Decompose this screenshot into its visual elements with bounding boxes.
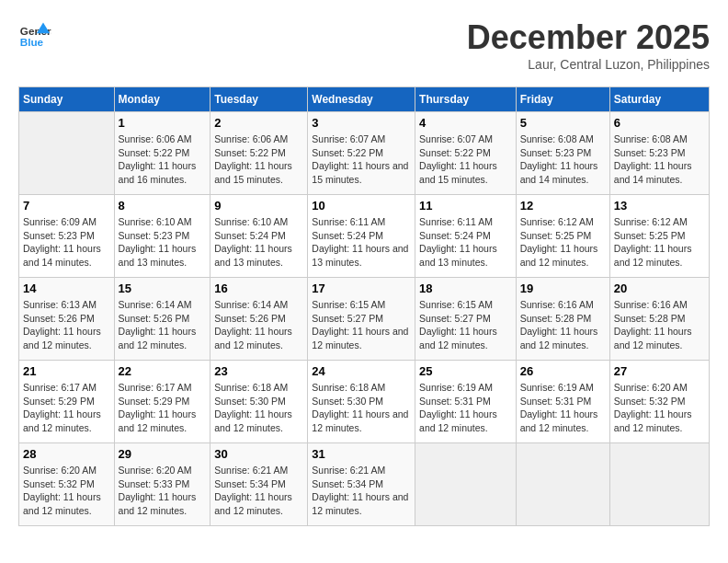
calendar-cell: 18Sunrise: 6:15 AM Sunset: 5:27 PM Dayli… <box>415 278 517 361</box>
calendar-cell: 28Sunrise: 6:20 AM Sunset: 5:32 PM Dayli… <box>19 443 115 526</box>
calendar-cell: 11Sunrise: 6:11 AM Sunset: 5:24 PM Dayli… <box>415 195 517 278</box>
day-number: 7 <box>23 199 110 213</box>
week-row-2: 7Sunrise: 6:09 AM Sunset: 5:23 PM Daylig… <box>19 195 710 278</box>
day-header-saturday: Saturday <box>609 87 709 112</box>
day-number: 2 <box>214 116 303 130</box>
day-info: Sunrise: 6:20 AM Sunset: 5:32 PM Dayligh… <box>23 464 110 518</box>
day-number: 14 <box>23 282 110 295</box>
day-info: Sunrise: 6:10 AM Sunset: 5:24 PM Dayligh… <box>214 215 303 270</box>
day-info: Sunrise: 6:11 AM Sunset: 5:24 PM Dayligh… <box>419 215 512 270</box>
logo-icon: General Blue <box>18 18 51 52</box>
day-info: Sunrise: 6:20 AM Sunset: 5:32 PM Dayligh… <box>614 381 705 435</box>
calendar-cell: 7Sunrise: 6:09 AM Sunset: 5:23 PM Daylig… <box>19 195 115 278</box>
day-info: Sunrise: 6:14 AM Sunset: 5:26 PM Dayligh… <box>119 298 207 352</box>
calendar-cell: 8Sunrise: 6:10 AM Sunset: 5:23 PM Daylig… <box>114 195 210 278</box>
calendar-cell: 24Sunrise: 6:18 AM Sunset: 5:30 PM Dayli… <box>308 361 415 443</box>
week-row-5: 28Sunrise: 6:20 AM Sunset: 5:32 PM Dayli… <box>19 443 710 526</box>
day-number: 29 <box>119 447 207 461</box>
day-info: Sunrise: 6:11 AM Sunset: 5:24 PM Dayligh… <box>312 215 411 270</box>
day-info: Sunrise: 6:21 AM Sunset: 5:34 PM Dayligh… <box>312 464 411 518</box>
day-number: 30 <box>214 447 303 461</box>
calendar-cell: 14Sunrise: 6:13 AM Sunset: 5:26 PM Dayli… <box>19 278 115 361</box>
day-info: Sunrise: 6:15 AM Sunset: 5:27 PM Dayligh… <box>312 298 411 352</box>
day-info: Sunrise: 6:17 AM Sunset: 5:29 PM Dayligh… <box>23 381 110 435</box>
day-info: Sunrise: 6:16 AM Sunset: 5:28 PM Dayligh… <box>520 298 606 352</box>
calendar-cell: 20Sunrise: 6:16 AM Sunset: 5:28 PM Dayli… <box>609 278 709 361</box>
calendar-table: SundayMondayTuesdayWednesdayThursdayFrid… <box>18 86 710 526</box>
calendar-cell <box>19 112 115 195</box>
title-block: December 2025 Laur, Central Luzon, Phili… <box>467 18 710 72</box>
calendar-cell: 6Sunrise: 6:08 AM Sunset: 5:23 PM Daylig… <box>609 112 709 195</box>
day-number: 8 <box>119 199 207 213</box>
calendar-cell: 25Sunrise: 6:19 AM Sunset: 5:31 PM Dayli… <box>415 361 517 443</box>
day-number: 3 <box>312 116 411 130</box>
day-number: 24 <box>312 364 411 378</box>
day-number: 26 <box>520 364 606 378</box>
calendar-cell: 22Sunrise: 6:17 AM Sunset: 5:29 PM Dayli… <box>114 361 210 443</box>
calendar-cell: 19Sunrise: 6:16 AM Sunset: 5:28 PM Dayli… <box>516 278 609 361</box>
week-row-3: 14Sunrise: 6:13 AM Sunset: 5:26 PM Dayli… <box>19 278 710 361</box>
logo: General Blue <box>18 18 55 52</box>
day-info: Sunrise: 6:15 AM Sunset: 5:27 PM Dayligh… <box>419 298 512 352</box>
calendar-cell: 9Sunrise: 6:10 AM Sunset: 5:24 PM Daylig… <box>210 195 308 278</box>
day-info: Sunrise: 6:19 AM Sunset: 5:31 PM Dayligh… <box>520 381 606 435</box>
week-row-1: 1Sunrise: 6:06 AM Sunset: 5:22 PM Daylig… <box>19 112 710 195</box>
day-info: Sunrise: 6:08 AM Sunset: 5:23 PM Dayligh… <box>520 132 606 187</box>
day-header-sunday: Sunday <box>19 87 115 112</box>
calendar-cell: 16Sunrise: 6:14 AM Sunset: 5:26 PM Dayli… <box>210 278 308 361</box>
calendar-cell: 21Sunrise: 6:17 AM Sunset: 5:29 PM Dayli… <box>19 361 115 443</box>
day-info: Sunrise: 6:10 AM Sunset: 5:23 PM Dayligh… <box>119 215 207 270</box>
day-info: Sunrise: 6:06 AM Sunset: 5:22 PM Dayligh… <box>119 132 207 187</box>
calendar-cell: 3Sunrise: 6:07 AM Sunset: 5:22 PM Daylig… <box>308 112 415 195</box>
calendar-cell: 30Sunrise: 6:21 AM Sunset: 5:34 PM Dayli… <box>210 443 308 526</box>
day-number: 13 <box>614 199 705 213</box>
day-number: 20 <box>614 282 705 295</box>
day-info: Sunrise: 6:16 AM Sunset: 5:28 PM Dayligh… <box>614 298 705 352</box>
day-number: 10 <box>312 199 411 213</box>
day-number: 17 <box>312 282 411 295</box>
day-number: 23 <box>214 364 303 378</box>
day-number: 21 <box>23 364 110 378</box>
calendar-cell: 27Sunrise: 6:20 AM Sunset: 5:32 PM Dayli… <box>609 361 709 443</box>
day-number: 25 <box>419 364 512 378</box>
calendar-cell: 31Sunrise: 6:21 AM Sunset: 5:34 PM Dayli… <box>308 443 415 526</box>
calendar-cell <box>516 443 609 526</box>
day-info: Sunrise: 6:06 AM Sunset: 5:22 PM Dayligh… <box>214 132 303 187</box>
day-header-thursday: Thursday <box>415 87 517 112</box>
day-info: Sunrise: 6:12 AM Sunset: 5:25 PM Dayligh… <box>614 215 705 270</box>
calendar-cell: 13Sunrise: 6:12 AM Sunset: 5:25 PM Dayli… <box>609 195 709 278</box>
header-row: SundayMondayTuesdayWednesdayThursdayFrid… <box>19 87 710 112</box>
day-info: Sunrise: 6:07 AM Sunset: 5:22 PM Dayligh… <box>312 132 411 187</box>
day-info: Sunrise: 6:21 AM Sunset: 5:34 PM Dayligh… <box>214 464 303 518</box>
day-info: Sunrise: 6:13 AM Sunset: 5:26 PM Dayligh… <box>23 298 110 352</box>
calendar-cell: 2Sunrise: 6:06 AM Sunset: 5:22 PM Daylig… <box>210 112 308 195</box>
calendar-cell: 12Sunrise: 6:12 AM Sunset: 5:25 PM Dayli… <box>516 195 609 278</box>
day-number: 9 <box>214 199 303 213</box>
day-info: Sunrise: 6:14 AM Sunset: 5:26 PM Dayligh… <box>214 298 303 352</box>
day-number: 18 <box>419 282 512 295</box>
day-number: 31 <box>312 447 411 461</box>
day-header-wednesday: Wednesday <box>308 87 415 112</box>
day-number: 28 <box>23 447 110 461</box>
day-info: Sunrise: 6:18 AM Sunset: 5:30 PM Dayligh… <box>312 381 411 435</box>
day-number: 16 <box>214 282 303 295</box>
day-number: 11 <box>419 199 512 213</box>
calendar-cell: 15Sunrise: 6:14 AM Sunset: 5:26 PM Dayli… <box>114 278 210 361</box>
day-number: 22 <box>119 364 207 378</box>
location: Laur, Central Luzon, Philippines <box>467 57 710 72</box>
day-number: 12 <box>520 199 606 213</box>
day-info: Sunrise: 6:18 AM Sunset: 5:30 PM Dayligh… <box>214 381 303 435</box>
day-number: 1 <box>119 116 207 130</box>
day-number: 6 <box>614 116 705 130</box>
calendar-cell: 5Sunrise: 6:08 AM Sunset: 5:23 PM Daylig… <box>516 112 609 195</box>
month-title: December 2025 <box>467 18 710 57</box>
calendar-cell: 4Sunrise: 6:07 AM Sunset: 5:22 PM Daylig… <box>415 112 517 195</box>
svg-text:Blue: Blue <box>20 36 44 48</box>
day-info: Sunrise: 6:09 AM Sunset: 5:23 PM Dayligh… <box>23 215 110 270</box>
day-info: Sunrise: 6:20 AM Sunset: 5:33 PM Dayligh… <box>119 464 207 518</box>
calendar-cell: 26Sunrise: 6:19 AM Sunset: 5:31 PM Dayli… <box>516 361 609 443</box>
week-row-4: 21Sunrise: 6:17 AM Sunset: 5:29 PM Dayli… <box>19 361 710 443</box>
day-header-tuesday: Tuesday <box>210 87 308 112</box>
calendar-cell <box>415 443 517 526</box>
day-number: 27 <box>614 364 705 378</box>
